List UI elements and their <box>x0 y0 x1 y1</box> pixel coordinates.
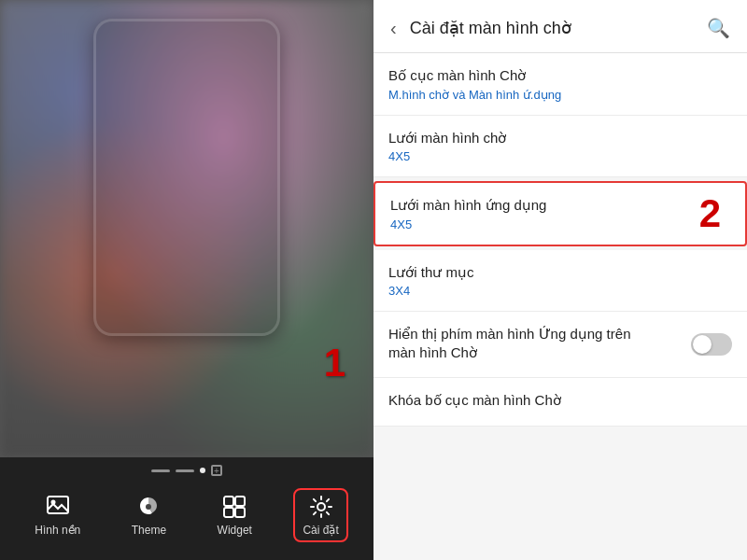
dock-item-cai-dat[interactable]: Cài đặt <box>293 488 347 542</box>
setting-title-khoa-bo-cuc: Khóa bố cục màn hình Chờ <box>388 391 732 410</box>
step-1-label: 1 <box>324 343 345 383</box>
dock-label-cai-dat: Cài đặt <box>303 524 338 537</box>
indicator-2 <box>176 469 194 472</box>
toggle-row: Hiển thị phím màn hình Ứng dụng trên màn… <box>388 325 732 364</box>
dock-label-theme: Theme <box>132 524 166 537</box>
dock-label-hinh-nen: Hình nền <box>35 524 80 537</box>
settings-title: Cài đặt màn hình chờ <box>410 18 701 38</box>
left-panel: 1 + Hình nền <box>0 0 374 560</box>
svg-rect-0 <box>48 497 68 513</box>
setting-item-luoi-ung-dung[interactable]: Lưới màn hình ứng dụng 4X5 2 <box>374 181 747 246</box>
setting-value-luoi-thu-muc: 3X4 <box>388 284 732 298</box>
dock-item-hinh-nen[interactable]: Hình nền <box>25 488 90 542</box>
theme-icon <box>135 494 162 520</box>
back-button[interactable]: ‹ <box>385 16 402 41</box>
svg-rect-5 <box>224 508 233 517</box>
bottom-dock: + Hình nền <box>0 457 374 560</box>
settings-header: ‹ Cài đặt màn hình chờ 🔍 <box>374 0 747 53</box>
highlighted-row: Lưới màn hình ứng dụng 4X5 2 <box>390 196 730 231</box>
dock-items-row: Hình nền Theme <box>0 480 374 560</box>
indicator-1 <box>151 469 170 472</box>
setting-content-luoi-ung-dung: Lưới màn hình ứng dụng 4X5 <box>390 196 730 231</box>
setting-item-hien-thi-phim[interactable]: Hiển thị phím màn hình Ứng dụng trên màn… <box>374 312 747 378</box>
dock-label-widget: Widget <box>218 524 252 537</box>
svg-point-2 <box>146 504 151 510</box>
setting-item-bo-cuc[interactable]: Bố cục màn hình Chờ M.hình chờ và Màn hì… <box>374 53 747 116</box>
setting-item-luoi-cho[interactable]: Lưới màn hình chờ 4X5 <box>374 116 747 178</box>
phone-preview: 1 <box>0 0 374 457</box>
setting-value-luoi-ung-dung: 4X5 <box>390 217 730 231</box>
svg-rect-6 <box>235 508 245 517</box>
settings-icon <box>308 494 334 520</box>
setting-title-luoi-ung-dung: Lưới màn hình ứng dụng <box>390 196 730 215</box>
setting-value-bo-cuc: M.hình chờ và Màn hình ứ.dụng <box>388 88 732 102</box>
toggle-knob <box>693 335 712 354</box>
step-2-label: 2 <box>699 194 721 233</box>
setting-title-bo-cuc: Bố cục màn hình Chờ <box>388 66 732 85</box>
dock-item-theme[interactable]: Theme <box>122 488 176 542</box>
setting-value-luoi-cho: 4X5 <box>388 149 732 163</box>
right-panel: ‹ Cài đặt màn hình chờ 🔍 Bố cục màn hình… <box>374 0 747 560</box>
dock-item-widget[interactable]: Widget <box>208 488 261 542</box>
settings-list: Bố cục màn hình Chờ M.hình chờ và Màn hì… <box>374 53 747 560</box>
indicator-plus: + <box>211 465 222 476</box>
widget-icon <box>221 494 247 520</box>
indicator-3-active <box>200 468 205 473</box>
svg-rect-4 <box>235 497 245 506</box>
setting-item-luoi-thu-muc[interactable]: Lưới thư mục 3X4 <box>374 250 747 313</box>
toggle-switch-hien-thi-phim[interactable] <box>691 333 732 356</box>
svg-point-7 <box>317 503 325 511</box>
setting-title-hien-thi-phim: Hiển thị phím màn hình Ứng dụng trên màn… <box>388 325 650 361</box>
setting-item-khoa-bo-cuc[interactable]: Khóa bố cục màn hình Chờ <box>374 378 747 427</box>
dock-indicators: + <box>0 457 374 480</box>
search-button[interactable]: 🔍 <box>701 15 736 41</box>
setting-title-luoi-cho: Lưới màn hình chờ <box>388 129 732 147</box>
wallpaper-icon <box>45 494 71 520</box>
phone-frame <box>93 19 280 336</box>
svg-rect-3 <box>224 497 233 506</box>
setting-title-luoi-thu-muc: Lưới thư mục <box>388 263 732 282</box>
